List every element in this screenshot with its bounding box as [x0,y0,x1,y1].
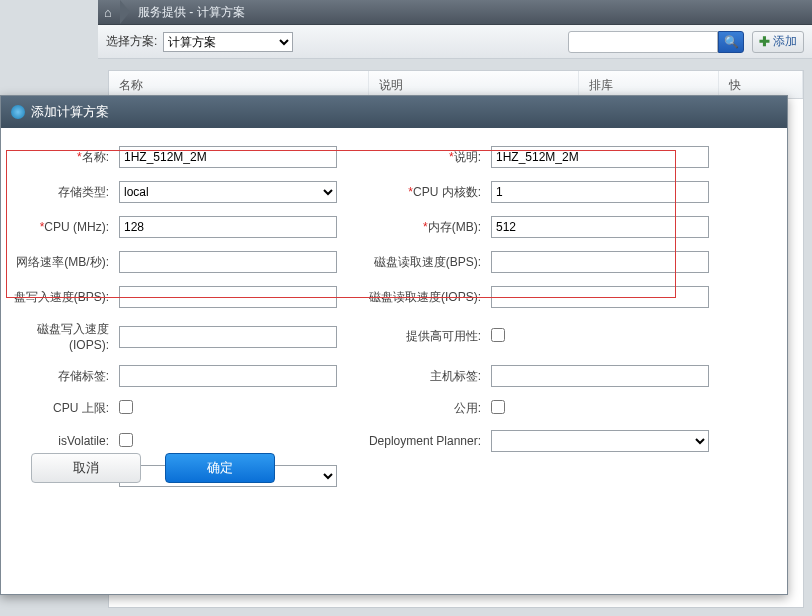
label-storage-type: 存储类型: [13,184,113,201]
label-disk-write-iops: 磁盘写入速度(IOPS): [13,321,113,352]
memory-mb-field[interactable] [491,216,709,238]
add-button[interactable]: ✚ 添加 [752,31,804,53]
deployment-planner-select[interactable] [491,430,709,452]
cancel-button[interactable]: 取消 [31,453,141,483]
label-offer-ha: 提供高可用性: [355,328,485,345]
breadcrumb-text[interactable]: 服务提供 - 计算方案 [138,4,245,21]
label-deployment-planner: Deployment Planner: [355,434,485,448]
label-disk-read-bps: 磁盘读取速度(BPS): [355,254,485,271]
label-disk-write-bps: 盘写入速度(BPS): [13,289,113,306]
plan-select[interactable]: 计算方案 [163,32,293,52]
add-button-label: 添加 [773,33,797,50]
search-button[interactable]: 🔍 [718,31,744,53]
search-icon: 🔍 [724,35,739,49]
dialog-title: 添加计算方案 [31,103,109,121]
label-cpu-cap: CPU 上限: [13,400,113,417]
breadcrumb-bar: ⌂ 服务提供 - 计算方案 [98,0,812,25]
form-grid: *名称: *说明: 存储类型: local *CPU 内核数: *CPU (MH… [13,146,775,487]
cpu-cores-field[interactable] [491,181,709,203]
label-storage-tags: 存储标签: [13,368,113,385]
filter-bar: 选择方案: 计算方案 🔍 ✚ 添加 [98,25,812,59]
col-desc[interactable]: 说明 [369,71,579,98]
disk-read-iops-field[interactable] [491,286,709,308]
desc-field[interactable] [491,146,709,168]
filter-label: 选择方案: [106,33,157,50]
is-volatile-checkbox[interactable] [119,433,133,447]
dialog-button-row: 取消 确定 [31,453,275,483]
label-memory-mb: *内存(MB): [355,219,485,236]
col-name[interactable]: 名称 [109,71,369,98]
dialog-icon [11,105,25,119]
disk-read-bps-field[interactable] [491,251,709,273]
dialog-title-bar[interactable]: 添加计算方案 [1,96,787,128]
cpu-mhz-field[interactable] [119,216,337,238]
name-field[interactable] [119,146,337,168]
label-public: 公用: [355,400,485,417]
label-name: *名称: [13,149,113,166]
plus-icon: ✚ [759,34,770,49]
col-quick[interactable]: 快 [719,71,803,98]
label-is-volatile: isVolatile: [13,434,113,448]
offer-ha-checkbox[interactable] [491,328,505,342]
add-compute-offering-dialog: 添加计算方案 *名称: *说明: 存储类型: local *CPU 内核数: *… [0,95,788,595]
cpu-cap-checkbox[interactable] [119,400,133,414]
home-icon[interactable]: ⌂ [104,5,112,20]
label-disk-read-iops: 磁盘读取速度(IOPS): [355,289,485,306]
label-net-rate: 网络速率(MB/秒): [13,254,113,271]
storage-tags-field[interactable] [119,365,337,387]
public-checkbox[interactable] [491,400,505,414]
storage-type-select[interactable]: local [119,181,337,203]
disk-write-iops-field[interactable] [119,326,337,348]
host-tags-field[interactable] [491,365,709,387]
ok-button[interactable]: 确定 [165,453,275,483]
col-order[interactable]: 排库 [579,71,719,98]
label-cpu-mhz: *CPU (MHz): [13,220,113,234]
dialog-body: *名称: *说明: 存储类型: local *CPU 内核数: *CPU (MH… [1,128,787,497]
disk-write-bps-field[interactable] [119,286,337,308]
label-host-tags: 主机标签: [355,368,485,385]
label-cpu-cores: *CPU 内核数: [355,184,485,201]
search-input[interactable] [568,31,718,53]
breadcrumb-separator-icon [120,0,130,24]
label-desc: *说明: [355,149,485,166]
net-rate-field[interactable] [119,251,337,273]
